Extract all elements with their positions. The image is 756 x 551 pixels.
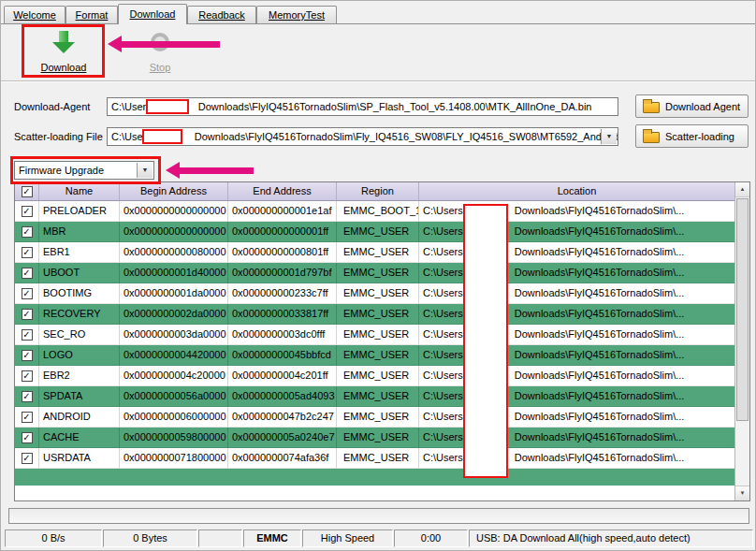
row-checkbox[interactable]: ✓ <box>22 432 33 443</box>
cell-name: LOGO <box>39 345 120 366</box>
cell-region: EMMC_USER <box>337 325 419 345</box>
annotation-arrow-mode <box>166 162 254 179</box>
row-checkbox[interactable]: ✓ <box>22 412 33 423</box>
row-checkbox-cell[interactable]: ✓ <box>15 201 39 222</box>
cell-name: CACHE <box>39 428 120 448</box>
cell-name: EBR2 <box>39 366 120 386</box>
scatter-loading-button[interactable]: Scatter-loading <box>635 124 749 148</box>
header-end-address[interactable]: End Address <box>228 182 337 200</box>
cell-name: EBR1 <box>39 242 120 263</box>
row-checkbox-cell[interactable]: ✓ <box>15 428 39 448</box>
cell-name: SPDATA <box>39 386 120 407</box>
table-row[interactable]: ✓ MBR 0x0000000000000000 0x0000000000000… <box>15 222 734 242</box>
cell-region: EMMC_USER <box>337 407 419 428</box>
row-checkbox[interactable]: ✓ <box>22 309 33 320</box>
cell-name: UBOOT <box>39 263 120 283</box>
row-checkbox-cell[interactable]: ✓ <box>15 263 39 283</box>
download-agent-label: Download-Agent <box>14 97 90 116</box>
row-checkbox-cell[interactable]: ✓ <box>15 242 39 263</box>
status-bytes: 0 Bytes <box>103 529 197 547</box>
table-row[interactable]: ✓ PRELOADER 0x0000000000000000 0x0000000… <box>15 201 734 222</box>
cell-begin-address: 0x0000000059800000 <box>120 428 228 448</box>
cell-end-address: 0x0000000004c201ff <box>228 366 337 386</box>
cell-end-address: 0x0000000074afa36f <box>228 448 337 469</box>
folder-icon <box>643 132 660 143</box>
cell-begin-address: 0x0000000006000000 <box>120 407 228 428</box>
chevron-down-icon[interactable]: ▼ <box>601 129 617 144</box>
table-row[interactable]: ✓ SEC_RO 0x0000000003da0000 0x0000000003… <box>15 325 734 345</box>
cell-end-address: 0x000000005a0240e7 <box>228 428 337 448</box>
download-agent-button[interactable]: Download Agent <box>635 94 749 118</box>
header-name[interactable]: Name <box>39 182 120 200</box>
scroll-down-icon[interactable]: ▼ <box>735 486 749 500</box>
select-all-checkbox[interactable]: ✓ <box>22 186 33 197</box>
tab-memorytest[interactable]: MemoryTest <box>256 6 337 23</box>
tab-readback[interactable]: Readback <box>187 6 256 23</box>
vertical-scrollbar[interactable]: ▲ ▼ <box>734 182 749 500</box>
row-checkbox[interactable]: ✓ <box>22 329 33 341</box>
cell-begin-address: 0x0000000004420000 <box>120 345 228 366</box>
row-checkbox-cell[interactable]: ✓ <box>15 345 39 366</box>
toolbar-separator-highlight <box>1 81 755 82</box>
tab-download[interactable]: Download <box>118 4 187 24</box>
table-row[interactable]: ✓ ANDROID 0x0000000006000000 0x000000004… <box>15 407 734 428</box>
status-storage: EMMC <box>243 529 301 547</box>
status-link-speed: High Speed <box>302 529 393 547</box>
table-row[interactable]: ✓ SPDATA 0x00000000056a0000 0x0000000005… <box>15 386 734 407</box>
tab-bar: Welcome Format Download Readback MemoryT… <box>1 3 755 23</box>
cell-end-address: 0x0000000001d797bf <box>228 263 337 283</box>
row-checkbox[interactable]: ✓ <box>22 350 33 361</box>
cell-end-address: 0x0000000047b2c247 <box>228 407 337 428</box>
cell-name: SEC_RO <box>39 325 120 345</box>
header-location[interactable]: Location <box>419 182 734 200</box>
cell-region: EMMC_USER <box>337 386 419 407</box>
cell-name: ANDROID <box>39 407 120 428</box>
table-row[interactable]: ✓ LOGO 0x0000000004420000 0x00000000045b… <box>15 345 734 366</box>
cell-region: EMMC_USER <box>337 304 419 325</box>
tab-welcome[interactable]: Welcome <box>4 6 65 23</box>
tab-format[interactable]: Format <box>65 6 118 23</box>
row-checkbox-cell[interactable]: ✓ <box>15 325 39 345</box>
row-checkbox-cell[interactable]: ✓ <box>15 222 39 242</box>
cell-end-address: 0x00000000000001ff <box>228 222 337 242</box>
scatter-file-combobox[interactable]: C:\UsersDownloads\FlyIQ4516TornadoSlim\F… <box>107 127 618 146</box>
cell-begin-address: 0x0000000000000000 <box>120 222 228 242</box>
row-checkbox[interactable]: ✓ <box>22 226 33 238</box>
header-begin-address[interactable]: Begin Address <box>120 182 228 200</box>
cell-end-address: 0x0000000005ad4093 <box>228 386 337 407</box>
table-row[interactable]: ✓ BOOTIMG 0x0000000001da0000 0x000000000… <box>15 283 734 304</box>
cell-begin-address: 0x0000000071800000 <box>120 448 228 469</box>
table-row[interactable]: ✓ RECOVERY 0x0000000002da0000 0x00000000… <box>15 304 734 325</box>
row-checkbox-cell[interactable]: ✓ <box>15 366 39 386</box>
cell-name: PRELOADER <box>39 201 120 222</box>
table-row[interactable]: ✓ UBOOT 0x0000000001d40000 0x0000000001d… <box>15 263 734 283</box>
table-row[interactable]: ✓ EBR2 0x0000000004c20000 0x0000000004c2… <box>15 366 734 386</box>
row-checkbox-cell[interactable]: ✓ <box>15 304 39 325</box>
download-agent-path-suffix: Downloads\FlyIQ4516TornadoSlim\SP_Flash_… <box>198 101 592 112</box>
row-checkbox[interactable]: ✓ <box>22 288 33 299</box>
status-speed: 0 B/s <box>5 529 102 547</box>
scroll-up-icon[interactable]: ▲ <box>735 182 749 197</box>
row-checkbox-cell[interactable]: ✓ <box>15 407 39 428</box>
row-checkbox[interactable]: ✓ <box>22 453 33 464</box>
cell-region: EMMC_USER <box>337 366 419 386</box>
table-row[interactable]: ✓ CACHE 0x0000000059800000 0x000000005a0… <box>15 428 734 448</box>
row-checkbox-cell[interactable]: ✓ <box>15 448 39 469</box>
row-checkbox[interactable]: ✓ <box>22 268 33 279</box>
row-checkbox[interactable]: ✓ <box>22 391 33 402</box>
select-all-cell[interactable]: ✓ <box>15 182 39 200</box>
cell-end-address: 0x00000000000801ff <box>228 242 337 263</box>
stop-button-label: Stop <box>134 62 186 73</box>
row-checkbox-cell[interactable]: ✓ <box>15 283 39 304</box>
table-row[interactable]: ✓ USRDATA 0x0000000071800000 0x000000007… <box>15 448 734 469</box>
cell-region: EMMC_BOOT_1 <box>337 201 419 222</box>
row-checkbox-cell[interactable]: ✓ <box>15 386 39 407</box>
header-region[interactable]: Region <box>337 182 419 200</box>
row-checkbox[interactable]: ✓ <box>22 370 33 382</box>
row-checkbox[interactable]: ✓ <box>22 247 33 258</box>
row-checkbox[interactable]: ✓ <box>22 206 33 217</box>
table-row[interactable]: ✓ EBR1 0x0000000000080000 0x000000000008… <box>15 242 734 263</box>
scrollbar-thumb[interactable] <box>736 198 749 421</box>
cell-begin-address: 0x00000000056a0000 <box>120 386 228 407</box>
cell-region: EMMC_USER <box>337 263 419 283</box>
